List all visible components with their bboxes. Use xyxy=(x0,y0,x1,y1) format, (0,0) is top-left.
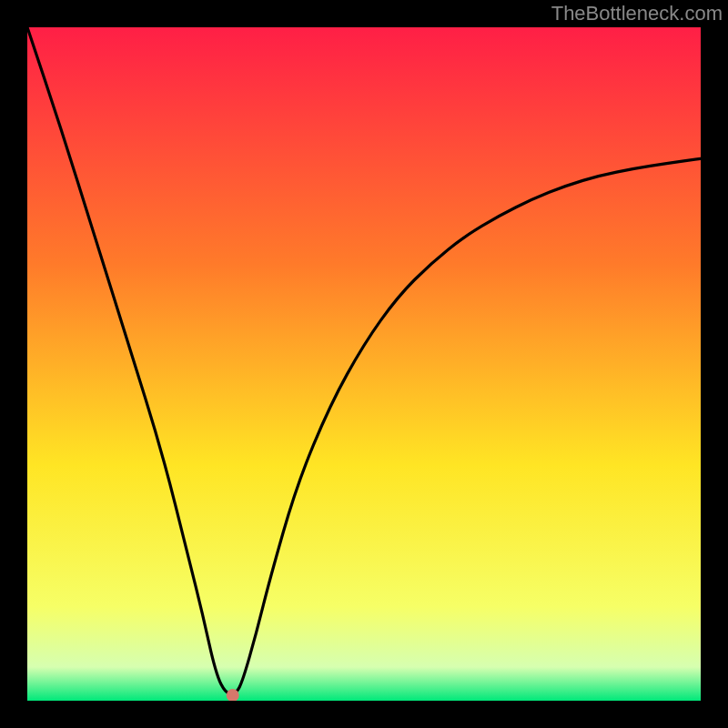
gradient-background xyxy=(27,27,701,701)
bottleneck-chart xyxy=(27,27,701,701)
figure-frame: TheBottleneck.com xyxy=(0,0,728,728)
watermark-text: TheBottleneck.com xyxy=(551,2,723,25)
chart-svg xyxy=(27,27,701,701)
